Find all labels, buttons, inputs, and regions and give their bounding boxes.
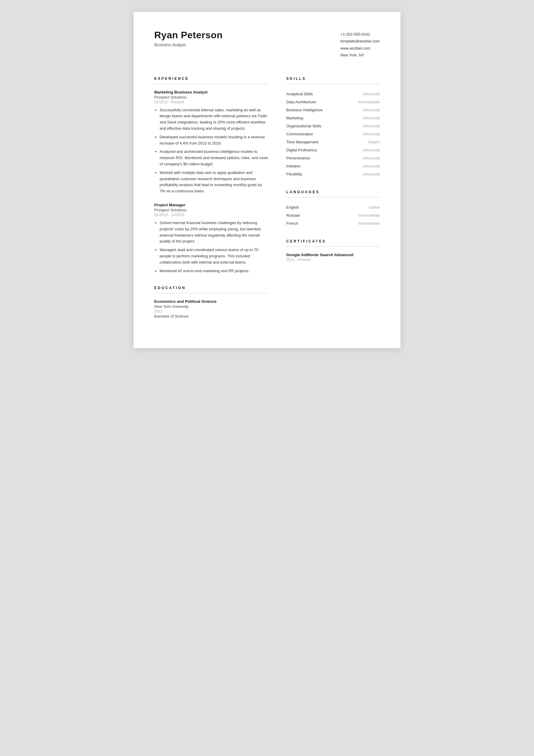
- skill-level: Advanced: [363, 124, 380, 128]
- skill-row: InitiativeAdvanced: [286, 162, 380, 170]
- languages-list: EnglishNativeRussianIntermediateFrenchIn…: [286, 203, 380, 228]
- skill-name: Time Management: [286, 140, 318, 144]
- skills-divider: [286, 84, 380, 84]
- skill-row: PerseveranceAdvanced: [286, 154, 380, 162]
- right-column: SKILLS Analytical SkillsAdvancedData Arc…: [286, 77, 380, 331]
- job-company: Prospect Solutions: [154, 95, 268, 99]
- skill-level: Advanced: [363, 164, 380, 168]
- skill-name: Flexibility: [286, 172, 302, 176]
- skill-level: Advanced: [363, 132, 380, 136]
- skill-level: Advanced: [363, 116, 380, 120]
- bullet-item: Solved internal financial business chall…: [160, 220, 268, 245]
- experience-title: EXPERIENCE: [154, 77, 268, 81]
- job-dates: 01/2013 - 12/2015: [154, 213, 268, 217]
- skill-row: Organizational SkillsAdvanced: [286, 122, 380, 130]
- skill-name: Initiative: [286, 164, 300, 168]
- skill-level: Advanced: [363, 148, 380, 152]
- lang-name: English: [286, 205, 299, 209]
- job-bullets: Successfully connected internal sales, m…: [154, 107, 268, 194]
- education-title: EDUCATION: [154, 286, 268, 290]
- contact-website: www.wozber.com: [341, 45, 380, 52]
- edu-type: Bachelor of Science: [154, 314, 268, 318]
- skill-name: Analytical Skills: [286, 92, 313, 96]
- job-title: Project Manager: [154, 203, 268, 207]
- skills-title: SKILLS: [286, 77, 380, 81]
- education-section: EDUCATION Economics and Political Scienc…: [154, 286, 268, 318]
- skill-row: FlexibilityAdvanced: [286, 170, 380, 178]
- certificates-section: CERTIFICATES Google AdWords Search Advan…: [286, 239, 380, 262]
- resume-document: Ryan Peterson Business Analyst +1-202-55…: [134, 12, 400, 348]
- skill-row: CommunicationAdvanced: [286, 130, 380, 138]
- certificates-title: CERTIFICATES: [286, 239, 380, 243]
- education-divider: [154, 293, 268, 293]
- cert-dates: 2011 - Present: [286, 257, 380, 262]
- skill-name: Digital Proficiency: [286, 148, 317, 152]
- skill-level: Advanced: [363, 172, 380, 176]
- skill-row: Data ArchitectureIntermediate: [286, 98, 380, 106]
- job-bullets: Solved internal financial business chall…: [154, 220, 268, 274]
- skill-name: Data Architecture: [286, 100, 316, 104]
- lang-name: Russian: [286, 213, 300, 218]
- skill-row: Business IntelligenceAdvanced: [286, 106, 380, 114]
- bullet-item: Worked with multiple data sets to apply …: [160, 170, 268, 194]
- job-item: Marketing Business Analyst Prospect Solu…: [154, 90, 268, 194]
- bullet-item: Monitored 42 end-to-end marketing and PR…: [160, 268, 268, 274]
- job-dates: 01/2015 - Present: [154, 100, 268, 104]
- certificates-divider: [286, 246, 380, 247]
- skill-name: Perseverance: [286, 156, 310, 160]
- skill-row: Time ManagementExpert: [286, 138, 380, 146]
- bullet-item: Managed, lead and coordinated various te…: [160, 247, 268, 265]
- experience-divider: [154, 84, 268, 84]
- job-item: Project Manager Prospect Solutions 01/20…: [154, 203, 268, 274]
- skill-level: Intermediate: [358, 100, 380, 104]
- skill-row: Analytical SkillsAdvanced: [286, 90, 380, 98]
- contact-email: template@wozber.com: [341, 38, 380, 44]
- experience-section: EXPERIENCE Marketing Business Analyst Pr…: [154, 77, 268, 274]
- main-content: EXPERIENCE Marketing Business Analyst Pr…: [154, 77, 380, 331]
- left-column: EXPERIENCE Marketing Business Analyst Pr…: [154, 77, 268, 331]
- skill-row: Digital ProficiencyAdvanced: [286, 146, 380, 154]
- skill-level: Expert: [369, 140, 380, 144]
- skills-section: SKILLS Analytical SkillsAdvancedData Arc…: [286, 77, 380, 178]
- edu-year: 2012: [154, 309, 268, 313]
- bullet-item: Analyzed and architected business intell…: [160, 149, 268, 167]
- edu-degree: Economics and Political Science: [154, 299, 268, 304]
- header-section: Ryan Peterson Business Analyst +1-202-55…: [154, 30, 380, 59]
- lang-level: Intermediate: [358, 221, 380, 226]
- cert-item: Google AdWords Search Advanced2011 - Pre…: [286, 253, 380, 262]
- skill-row: MarketingAdvanced: [286, 114, 380, 122]
- lang-row: RussianIntermediate: [286, 211, 380, 219]
- skills-list: Analytical SkillsAdvancedData Architectu…: [286, 90, 380, 178]
- candidate-name: Ryan Peterson: [154, 30, 223, 40]
- lang-name: French: [286, 221, 298, 226]
- contact-phone: +1-202-555-0161: [341, 31, 380, 38]
- lang-level: Native: [369, 205, 380, 209]
- skill-name: Business Intelligence: [286, 108, 322, 112]
- bullet-item: Successfully connected internal sales, m…: [160, 107, 268, 132]
- lang-level: Intermediate: [358, 213, 380, 218]
- contact-location: New York, NY: [341, 52, 380, 59]
- job-title: Marketing Business Analyst: [154, 90, 268, 94]
- lang-row: FrenchIntermediate: [286, 219, 380, 228]
- cert-title: Google AdWords Search Advanced: [286, 253, 380, 257]
- bullet-item: Developed successful business models res…: [160, 134, 268, 147]
- header-contact: +1-202-555-0161 template@wozber.com www.…: [341, 30, 380, 59]
- skill-name: Communication: [286, 132, 313, 136]
- skill-name: Organizational Skills: [286, 124, 321, 128]
- skill-level: Advanced: [363, 156, 380, 160]
- lang-row: EnglishNative: [286, 203, 380, 211]
- skill-level: Advanced: [363, 92, 380, 96]
- languages-title: LANGUAGES: [286, 190, 380, 194]
- header-left: Ryan Peterson Business Analyst: [154, 30, 223, 59]
- skill-name: Marketing: [286, 116, 303, 120]
- edu-school: New York University: [154, 304, 268, 309]
- skill-level: Advanced: [363, 108, 380, 112]
- languages-section: LANGUAGES EnglishNativeRussianIntermedia…: [286, 190, 380, 228]
- certificates-list: Google AdWords Search Advanced2011 - Pre…: [286, 253, 380, 262]
- job-company: Prospect Solutions: [154, 208, 268, 212]
- candidate-title: Business Analyst: [154, 42, 223, 47]
